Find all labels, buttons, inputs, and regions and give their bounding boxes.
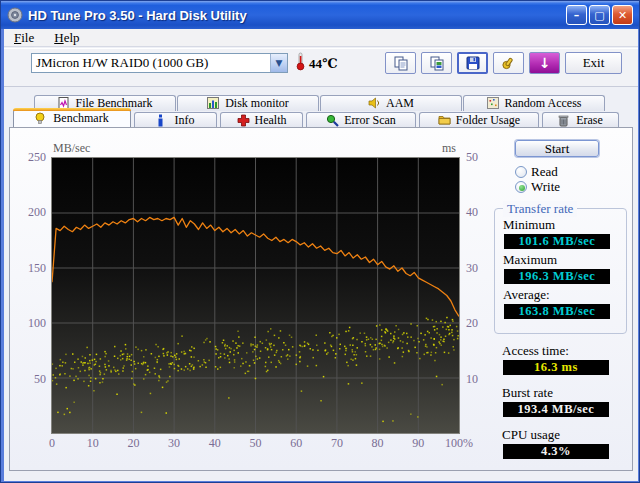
start-button[interactable]: Start [515,140,599,157]
maximum-label: Maximum [503,252,557,268]
x-axis-tick: 90 [412,436,424,451]
tab-info[interactable]: Info [134,112,217,127]
aam-icon [368,97,381,110]
save-icon [466,56,480,70]
app-window: HD Tune Pro 3.50 - Hard Disk Utility – ▢… [0,0,640,483]
menu-bar: File Help [4,29,638,47]
write-radio-icon[interactable] [515,181,527,193]
tab-folder-usage[interactable]: Folder Usage [419,112,539,127]
burst-rate-label: Burst rate [502,385,553,401]
average-label: Average: [503,287,550,303]
cpu-usage-label: CPU usage [502,427,560,443]
tab-strip: File Benchmark Disk monitor AAM [4,87,638,127]
random-access-icon [487,97,500,110]
error-scan-icon [326,114,339,127]
right-axis-tick: 20 [466,316,494,331]
menu-help[interactable]: Help [44,30,89,46]
benchmark-plot-svg [52,158,459,433]
transfer-rate-group: Transfer rate Minimum 101.6 MB/sec Maxim… [494,208,627,334]
tab-error-scan[interactable]: Error Scan [306,112,416,127]
options-button[interactable] [493,52,524,74]
tab-disk-monitor[interactable]: Disk monitor [177,95,319,111]
temperature-value: 44℃ [309,56,338,72]
minimum-value: 101.6 MB/sec [504,234,610,249]
drive-selector[interactable]: JMicron H/W RAID0 (1000 GB) ▼ [31,53,288,73]
access-time-label: Access time: [502,343,569,359]
tab-erase[interactable]: Erase [542,112,619,127]
exit-button[interactable]: Exit [565,52,622,74]
x-axis-tick: 70 [331,436,343,451]
close-button[interactable]: ✕ [612,5,633,25]
tab-benchmark[interactable]: Benchmark [13,109,131,127]
chevron-down-icon[interactable]: ▼ [270,54,287,72]
y-axis-tick: 150 [12,261,46,276]
tab-aam[interactable]: AAM [320,95,462,111]
right-axis-tick: 50 [466,150,494,165]
right-axis-tick: 10 [466,372,494,387]
maximize-button[interactable]: ▢ [589,5,610,25]
y-axis-tick: 250 [12,150,46,165]
options-icon [501,56,516,71]
info-icon [157,114,170,127]
y-axis-tick: 100 [12,316,46,331]
x-axis-tick: 40 [209,436,221,451]
x-axis-tick: 100% [445,436,473,451]
download-arrow-icon: ↓ [539,56,551,70]
x-axis-tick: 60 [290,436,302,451]
benchmark-panel: MB/sec ms 250200150100505040302010010203… [9,127,633,471]
update-button[interactable]: ↓ [529,52,560,74]
drive-selector-value: JMicron H/W RAID0 (1000 GB) [32,55,270,71]
x-axis-tick: 80 [372,436,384,451]
save-button[interactable] [457,52,488,74]
read-radio-icon[interactable] [515,166,527,178]
app-icon [7,7,23,23]
x-axis-tick: 0 [49,436,55,451]
x-axis-tick: 10 [87,436,99,451]
right-axis-tick: 40 [466,205,494,220]
x-axis-tick: 50 [250,436,262,451]
menu-file[interactable]: File [4,30,44,46]
tab-health[interactable]: Health [220,112,303,127]
x-axis-tick: 20 [127,436,139,451]
benchmark-icon [35,112,48,125]
x-axis-tick: 30 [168,436,180,451]
minimum-label: Minimum [503,217,555,233]
disk-monitor-icon [207,97,220,110]
maximum-value: 196.3 MB/sec [504,269,610,284]
window-body: File Help JMicron H/W RAID0 (1000 GB) ▼ … [4,29,638,481]
title-bar[interactable]: HD Tune Pro 3.50 - Hard Disk Utility – ▢… [1,1,639,29]
write-radio[interactable]: Write [515,180,560,194]
window-title: HD Tune Pro 3.50 - Hard Disk Utility [28,8,564,23]
minimize-button[interactable]: – [566,5,587,25]
right-axis-unit: ms [442,141,456,156]
average-value: 163.8 MB/sec [504,304,610,319]
copy-image-icon [430,56,444,71]
copy-text-button[interactable] [385,52,416,74]
temperature-icon [295,52,306,71]
burst-rate-value: 193.4 MB/sec [503,402,609,417]
transfer-rate-group-label: Transfer rate [503,201,577,217]
y-axis-tick: 50 [12,372,46,387]
health-icon [237,114,250,127]
benchmark-plot [51,157,460,434]
left-axis-unit: MB/sec [53,141,90,156]
folder-usage-icon [438,114,451,127]
copy-screenshot-button[interactable] [421,52,452,74]
cpu-usage-value: 4.3% [503,444,609,459]
y-axis-tick: 200 [12,205,46,220]
read-radio[interactable]: Read [515,165,558,179]
erase-icon [558,114,571,127]
right-axis-tick: 30 [466,261,494,276]
access-time-value: 16.3 ms [503,360,609,375]
tab-random-access[interactable]: Random Access [463,95,605,111]
copy-icon [394,56,408,71]
